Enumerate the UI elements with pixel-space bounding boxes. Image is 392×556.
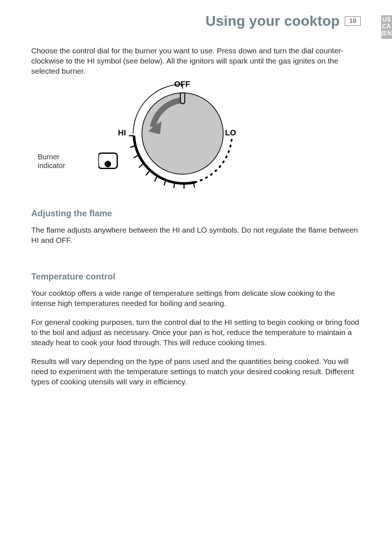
svg-line-4 bbox=[146, 171, 149, 175]
callout-line2: indicator bbox=[38, 161, 65, 170]
dial-svg bbox=[98, 80, 269, 189]
knob-pointer-icon bbox=[180, 93, 185, 104]
intro-paragraph: Choose the control dial for the burner y… bbox=[31, 46, 361, 76]
section-para: The flame adjusts anywhere between the H… bbox=[31, 225, 361, 245]
svg-line-3 bbox=[139, 164, 143, 168]
section-heading-temperature: Temperature control bbox=[31, 271, 361, 282]
lang-tab-line: US bbox=[381, 16, 392, 23]
language-tab: US CA (EN) bbox=[381, 15, 392, 39]
knob-face bbox=[142, 93, 223, 174]
svg-point-12 bbox=[105, 161, 111, 167]
section-para: Results will vary depending on the type … bbox=[31, 356, 361, 387]
svg-line-1 bbox=[130, 146, 135, 147]
burner-indicator-callout: Burner indicator bbox=[38, 152, 65, 170]
page: US CA (EN) Using your cooktop 19 Choose … bbox=[0, 0, 392, 556]
section-para: For general cooking purposes, turn the c… bbox=[31, 317, 361, 348]
section-heading-adjusting: Adjusting the flame bbox=[31, 208, 361, 218]
svg-line-7 bbox=[174, 183, 175, 188]
callout-line1: Burner bbox=[38, 152, 65, 161]
lang-tab-line: (EN) bbox=[381, 30, 392, 37]
lang-tab-line: CA bbox=[381, 23, 392, 30]
svg-line-6 bbox=[164, 181, 166, 185]
intro-text: Choose the control dial for the burner y… bbox=[31, 46, 361, 76]
page-header: Using your cooktop 19 bbox=[31, 14, 361, 28]
burner-indicator-icon bbox=[98, 153, 117, 168]
section-para: Your cooktop offers a wide range of temp… bbox=[31, 288, 361, 308]
page-title: Using your cooktop bbox=[205, 13, 340, 29]
control-dial-diagram: Burner indicator OFF HI LO bbox=[31, 80, 361, 189]
page-number-box: 19 bbox=[345, 16, 361, 26]
svg-line-2 bbox=[134, 155, 138, 158]
svg-line-5 bbox=[155, 177, 157, 181]
